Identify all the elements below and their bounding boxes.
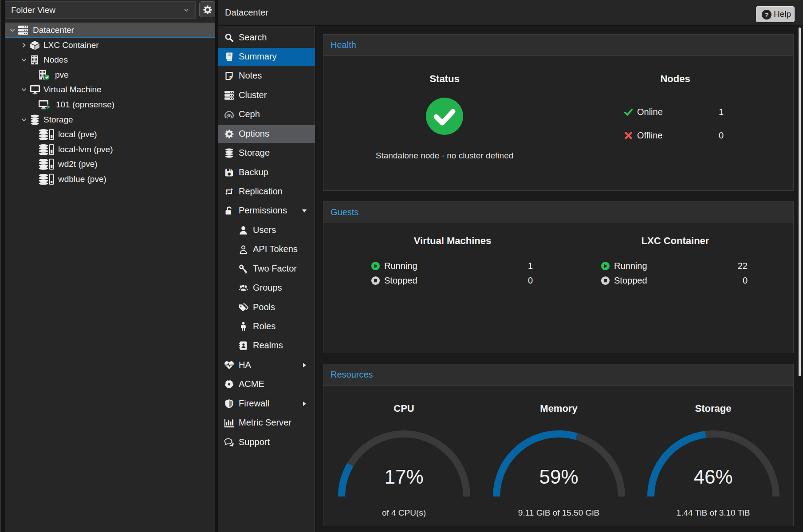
memory-gauge-value: 59% [480,466,637,488]
ceph-icon [224,110,234,119]
desktop-running-icon [38,99,51,110]
storage-gauge-sublabel: 1.44 TiB of 3.10 TiB [635,508,791,518]
chevron-right-icon[interactable] [21,42,27,48]
nav-item-ceph[interactable]: Ceph [218,106,315,123]
nav-item-search[interactable]: Search [218,29,315,47]
nav-item-summary[interactable]: Summary [218,48,315,66]
nav-item-label: Pools [253,299,275,316]
lxc-container-heading: LXC Container [562,235,788,247]
storage-heading: Storage [635,403,791,414]
nav-item-label: Summary [239,48,277,65]
tree-item-label: 101 (opnsense) [56,97,114,112]
tree-item-label: LXC Container [43,38,99,52]
tree-item-virtual-machine[interactable]: Virtual Machine [5,82,215,97]
nav-item-options[interactable]: Options [218,125,315,143]
chevron-down-icon[interactable] [9,27,16,33]
health-nodes-column: Nodes Online 1 Offline 0 [562,56,788,190]
chevron-down-icon[interactable] [21,87,27,93]
nav-item-two-factor[interactable]: Two Factor [218,260,315,278]
floppy-icon [224,168,234,177]
tree-settings-button[interactable] [199,1,215,17]
nav-item-roles[interactable]: Roles [218,318,315,335]
chevron-down-icon[interactable] [184,8,189,13]
tree-item-storage-wd2t[interactable]: wd2t (pve) [5,157,215,172]
tags-icon [238,303,248,312]
person-icon [238,322,248,331]
nav-item-groups[interactable]: Groups [218,279,315,297]
virtual-machines-heading: Virtual Machines [335,235,570,247]
storage-usage-icon [38,158,54,170]
chevron-down-icon[interactable] [21,57,27,63]
resources-panel-title: Resources [331,364,373,385]
nav-item-notes[interactable]: Notes [218,67,315,85]
nav-item-acme[interactable]: ACME [218,375,315,393]
lxc-running-row: Running 22 [601,260,748,272]
tree-view-selector[interactable]: Folder View [5,1,196,19]
health-panel: Health Status Standalone node - no clust… [323,34,794,191]
tree-view-selector-value: Folder View [11,2,55,18]
resources-panel-header: Resources [323,364,793,386]
nav-item-label: Metric Server [239,414,291,431]
nav-item-api-tokens[interactable]: API Tokens [218,240,315,258]
caret-right-icon [302,401,307,406]
row-value: 0 [743,275,748,287]
guests-vm-column: Virtual Machines Running 1 Stopped 0 [335,223,570,353]
health-panel-title: Health [331,35,356,55]
bar-chart-icon [224,418,234,428]
gear-icon [203,5,213,15]
nav-item-storage[interactable]: Storage [218,144,315,162]
guests-lxc-column: LXC Container Running 22 Stopped 0 [562,223,788,353]
nav-item-permissions[interactable]: Permissions [218,202,315,220]
tree-item-pve[interactable]: pve [5,67,215,83]
chevron-down-icon[interactable] [21,117,27,123]
cpu-heading: CPU [326,403,482,414]
tree-item-vm-101[interactable]: 101 (opnsense) [5,97,215,112]
cpu-gauge-sublabel: of 4 CPU(s) [326,508,482,518]
tree-item-storage[interactable]: Storage [5,112,215,127]
stop-circle-icon [371,276,380,285]
nav-item-users[interactable]: Users [218,221,315,239]
cpu-gauge-column: CPU 17% of 4 CPU(s) [326,386,482,526]
memory-gauge-sublabel: 9.11 GiB of 15.50 GiB [480,508,637,518]
nav-item-label: HA [239,356,251,374]
nav-item-cluster[interactable]: Cluster [218,87,315,104]
tree-item-label: wd2t (pve) [58,157,98,171]
vm-running-row: Running 1 [371,260,533,272]
nav-item-label: Replication [239,183,283,200]
row-value: 0 [528,275,533,287]
nav-item-label: Options [239,125,269,142]
tree-item-datacenter[interactable]: Datacenter [5,23,215,38]
sticky-note-icon [224,71,234,81]
nav-item-label: Storage [239,144,270,162]
nav-item-metric-server[interactable]: Metric Server [218,414,315,432]
tree-item-storage-wdblue[interactable]: wdblue (pve) [5,172,215,187]
tree-item-label: Virtual Machine [43,82,102,97]
help-button[interactable]: ? Help [756,6,795,22]
nodes-heading: Nodes [562,73,788,85]
datacenter-nav-menu: Search Summary Notes Cluster Ceph Option… [218,26,315,532]
row-label: Running [384,260,417,272]
nav-item-firewall[interactable]: Firewall [218,395,315,413]
nav-item-realms[interactable]: Realms [218,337,315,355]
key-icon [238,264,248,274]
tree-item-label: pve [55,67,69,82]
tree-item-storage-local-lvm[interactable]: local-lvm (pve) [5,142,215,157]
check-circle-icon [425,97,464,135]
nav-item-ha[interactable]: HA [218,356,315,374]
nav-item-replication[interactable]: Replication [218,183,315,201]
vertical-scrollbar-thumb[interactable] [799,28,801,376]
tree-item-nodes[interactable]: Nodes [5,52,215,67]
nav-item-pools[interactable]: Pools [218,299,315,316]
summary-content-area: Health Status Standalone node - no clust… [315,26,803,532]
storage-gauge-column: Storage 46% 1.44 TiB of 3.10 TiB [635,386,791,526]
nav-item-support[interactable]: Support [218,433,315,451]
certificate-icon [224,379,234,389]
tree-item-storage-local[interactable]: local (pve) [5,127,215,142]
server-icon [18,24,28,36]
content-header-bar: Datacenter ? Help [218,0,803,25]
nav-item-label: ACME [239,375,264,393]
tree-item-lxc-container[interactable]: LXC Container [5,38,215,53]
nav-item-backup[interactable]: Backup [218,164,315,181]
cluster-status-text: Standalone node - no cluster defined [327,151,562,161]
cube-icon [30,39,40,51]
